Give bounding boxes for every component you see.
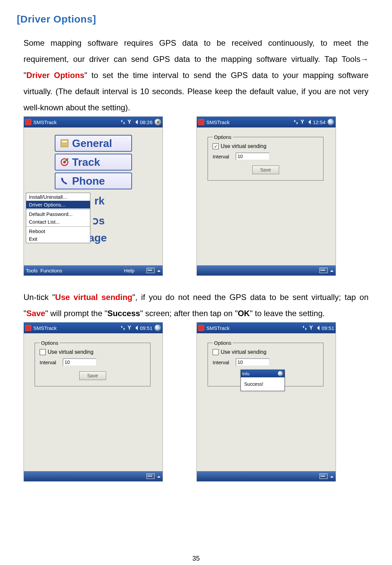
options-legend: Options — [213, 134, 233, 140]
general-icon — [59, 138, 70, 149]
app-title: SMSTrack — [206, 325, 229, 331]
behind-label-1: rk — [94, 195, 104, 207]
volume-icon — [315, 326, 319, 330]
clock: 08:26 — [140, 119, 153, 125]
svg-point-3 — [63, 161, 66, 163]
softkey-help[interactable]: Help — [124, 268, 134, 273]
device-body: General Track Phone rk ɔs age — [24, 127, 163, 265]
status-icons: Y 08:26 ✕ — [120, 119, 161, 125]
save-button[interactable]: Save — [252, 165, 279, 174]
phone-label: Phone — [72, 175, 105, 187]
options-group: Options Use virtual sending Interval Sav… — [35, 340, 150, 386]
behind-label-3: age — [88, 232, 107, 244]
clock: 09:51 — [321, 325, 334, 331]
up-arrow-icon[interactable] — [330, 268, 334, 272]
para2-use-virtual: Use virtual sending — [55, 293, 132, 302]
paragraph-2: Un-tick "Use virtual sending", if you do… — [24, 289, 368, 322]
interval-label: Interval — [213, 360, 229, 365]
options-legend: Options — [213, 340, 233, 346]
keyboard-icon[interactable] — [146, 268, 155, 273]
ok-icon: ok — [156, 326, 160, 330]
target-icon — [59, 156, 70, 168]
ok-button[interactable]: ok — [328, 119, 334, 125]
interval-input[interactable] — [236, 153, 269, 160]
bottombar — [197, 471, 336, 481]
status-icons: Y 09:51 — [302, 325, 334, 331]
track-button[interactable]: Track — [55, 154, 132, 171]
keyboard-icon[interactable] — [319, 268, 328, 273]
titlebar: SMSTrack Y 09:51 ok — [24, 323, 163, 333]
screenshots-row-2: SMSTrack Y 09:51 ok Options Use virtual … — [24, 322, 368, 482]
up-arrow-icon[interactable] — [157, 474, 161, 478]
keyboard-icon[interactable] — [146, 474, 155, 479]
menu-install-uninstall[interactable]: Install/Uninstall... — [26, 193, 90, 201]
para2-text5: " to leave the setting. — [250, 309, 325, 318]
titlebar: SMSTrack Y 12:54 ok — [197, 117, 336, 127]
page-number: 35 — [0, 555, 392, 562]
tools-menu: Install/Uninstall... Driver Options... D… — [26, 193, 90, 243]
volume-icon — [133, 326, 138, 330]
app-icon — [198, 325, 204, 331]
screenshot-1: SMSTrack Y 08:26 ✕ General — [24, 116, 163, 276]
interval-input[interactable] — [236, 359, 269, 366]
para2-text3: " will prompt the " — [45, 309, 107, 318]
paragraph-1: Some mapping software requires GPS data … — [24, 35, 368, 116]
softkey-tools[interactable]: Tools — [26, 268, 38, 273]
titlebar: SMSTrack Y 09:51 — [197, 323, 336, 333]
para2-text4: " screen; after then tap on " — [140, 309, 238, 318]
save-button[interactable]: Save — [79, 371, 106, 380]
info-ok-button[interactable]: ok — [278, 371, 283, 376]
menu-exit[interactable]: Exit — [26, 235, 90, 243]
clock: 12:54 — [313, 119, 325, 125]
app-title: SMSTrack — [33, 119, 56, 125]
interval-input[interactable] — [63, 359, 96, 366]
para2-save: Save — [27, 309, 45, 318]
info-popup: Info ok Success! — [241, 370, 285, 391]
close-button[interactable]: ✕ — [155, 119, 161, 125]
up-arrow-icon[interactable] — [157, 268, 161, 272]
use-virtual-label: Use virtual sending — [221, 143, 266, 149]
para2-ok: OK — [238, 309, 250, 318]
sync-icon — [120, 120, 126, 124]
menu-reboot[interactable]: Reboot — [26, 227, 90, 235]
bottombar — [197, 265, 336, 275]
use-virtual-checkbox[interactable] — [40, 349, 46, 355]
sync-icon — [293, 120, 299, 124]
menu-contact-list[interactable]: Contact List... — [26, 218, 90, 226]
device-body: Options Use virtual sending Interval Sav… — [197, 333, 336, 471]
bottombar: Tools Functions Help — [24, 265, 163, 275]
device-body: Options Use virtual sending Interval Sav… — [24, 333, 163, 471]
sync-icon — [120, 326, 126, 330]
para2-success: Success — [107, 309, 140, 318]
sync-icon — [302, 326, 307, 330]
general-button[interactable]: General — [55, 135, 132, 152]
volume-icon — [133, 120, 138, 124]
use-virtual-label: Use virtual sending — [48, 349, 93, 355]
para1-driver-options: Driver Options — [27, 71, 85, 80]
use-virtual-checkbox[interactable] — [213, 349, 219, 355]
use-virtual-label: Use virtual sending — [221, 349, 266, 355]
info-popup-body: Success! — [241, 377, 285, 391]
phone-button[interactable]: Phone — [55, 173, 132, 189]
options-group: Options ✓ Use virtual sending Interval S… — [208, 134, 323, 181]
para2-text1: Un-tick " — [24, 293, 55, 302]
menu-default-password[interactable]: Default Password... — [26, 210, 90, 218]
info-popup-title: Info — [242, 371, 250, 376]
bottombar — [24, 471, 163, 481]
ok-button[interactable]: ok — [155, 325, 161, 331]
menu-driver-options[interactable]: Driver Options... — [26, 201, 90, 209]
signal-icon: Y — [128, 120, 131, 124]
screenshot-4: SMSTrack Y 09:51 Options Use virtual sen… — [197, 322, 336, 482]
screenshot-2: SMSTrack Y 12:54 ok Options ✓ Use virtua… — [197, 116, 336, 276]
close-icon: ✕ — [157, 120, 160, 124]
softkey-functions[interactable]: Functions — [40, 268, 62, 273]
section-heading: [Driver Options] — [17, 13, 375, 25]
screenshots-row-1: SMSTrack Y 08:26 ✕ General — [24, 116, 368, 276]
signal-icon: Y — [128, 326, 131, 330]
keyboard-icon[interactable] — [319, 474, 328, 479]
titlebar: SMSTrack Y 08:26 ✕ — [24, 117, 163, 127]
svg-rect-0 — [61, 140, 68, 147]
ok-icon: ok — [279, 372, 282, 375]
up-arrow-icon[interactable] — [330, 474, 334, 478]
use-virtual-checkbox[interactable]: ✓ — [213, 143, 219, 149]
